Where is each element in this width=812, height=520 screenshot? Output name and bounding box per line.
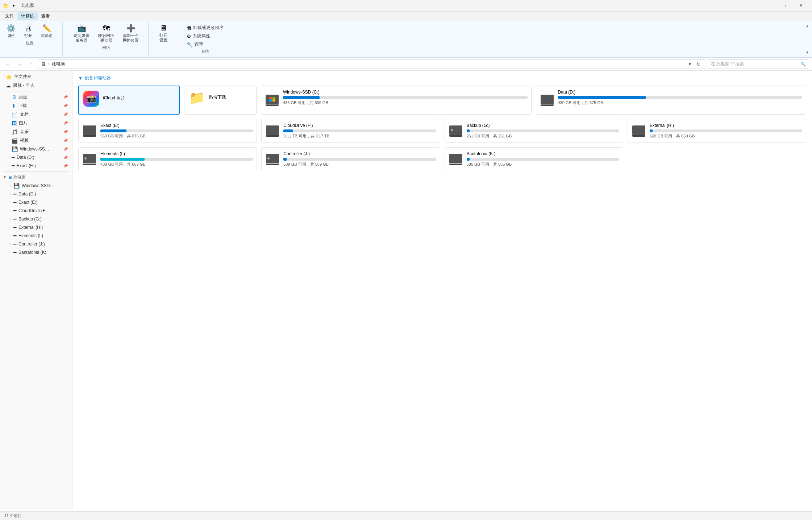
address-input[interactable]: 🖥 › 此电脑 ▼ ↻ (38, 59, 706, 69)
sidebar-item-desktop[interactable]: 🖥 桌面 📌 (1, 93, 71, 101)
expand-arrow-5: › (10, 217, 11, 221)
title-bar: 📁 ▼ 此电脑 ─ □ ✕ (0, 0, 812, 12)
sidebar-item-windowsssd-pin[interactable]: 💾 Windows-SS… 📌 (1, 145, 71, 153)
external-h-size: 669 GB 可用，共 669 GB (650, 133, 802, 139)
sidebar-item-backup[interactable]: › ━ Backup (G:) (1, 215, 71, 223)
address-dropdown-btn[interactable]: ▼ (686, 61, 694, 67)
pin-icon-6: 📌 (63, 139, 68, 143)
drive-data-d[interactable]: Data (D:) 430 GB 可用，共 675 GB (536, 86, 807, 115)
minimize-button[interactable]: ─ (759, 0, 776, 12)
ribbon-btn-manage[interactable]: 🔧 管理 (184, 41, 226, 48)
santafonia-k-name: Santafonia (K:) (467, 151, 619, 156)
downloads-icon: ⬇ (12, 103, 16, 109)
back-button[interactable]: ← (3, 59, 13, 69)
data-d-bar-fill (558, 96, 646, 99)
sidebar-section-thispc[interactable]: ▼ 🖥 此电脑 (0, 173, 72, 181)
data-d-name: Data (D:) (558, 90, 803, 95)
menu-file[interactable]: 文件 (1, 12, 17, 20)
backup-g-bar-fill (467, 129, 470, 132)
sidebar-item-data-pin[interactable]: ━ Data (D:) 📌 (1, 153, 71, 161)
uninstall-icon: 🗑 (187, 25, 192, 31)
qat-customize[interactable]: ▼ (12, 4, 16, 8)
sidebar: ⭐ 主文件夹 ☁ 黑脉 - 个人 🖥 桌面 📌 ⬇ 下载 📌 📄 文档 📌 (0, 71, 72, 510)
sidebar-item-controller[interactable]: › ━ Controller (J:) (1, 240, 71, 248)
elements-i-size: 488 GB 可用，共 687 GB (100, 162, 253, 167)
sidebar-item-elements[interactable]: › ━ Elements (I:) (1, 232, 71, 240)
menu-view[interactable]: 查看 (38, 12, 54, 20)
external-h-name: External (H:) (650, 123, 802, 128)
empty-slot (628, 147, 806, 171)
menu-computer[interactable]: 计算机 (17, 12, 38, 20)
drive-santafonia-k[interactable]: Santafonia (K:) 585 GB 可用，共 585 GB (445, 147, 623, 171)
forward-button[interactable]: → (14, 59, 25, 69)
expand-arrow-7: › (10, 234, 11, 238)
sidebar-divider-2 (3, 171, 69, 172)
ribbon-btn-add-network[interactable]: ➕ 添加一个 网络位置 (119, 22, 142, 44)
drive-windows-ssd[interactable]: Windows-SSD (C:) 435 GB 可用，共 509 GB (261, 86, 532, 115)
ribbon-btn-open-settings[interactable]: 🖥 打开 设置 (156, 22, 171, 44)
elements-i-bar-bg (100, 158, 253, 161)
sidebar-item-downloads[interactable]: ⬇ 下载 📌 (1, 102, 71, 110)
ribbon-group-network-label: 网络 (102, 45, 110, 50)
ribbon-btn-system-props[interactable]: ⚙ 系统属性 (184, 32, 226, 40)
sidebar-item-documents[interactable]: 📄 文档 📌 (1, 110, 71, 119)
sidebar-item-external[interactable]: › ━ External (H:) (1, 223, 71, 231)
home-icon: ⭐ (6, 74, 12, 80)
ribbon-collapse-btn[interactable]: ▼ (805, 50, 809, 54)
ribbon-btn-map-drive[interactable]: 🗺 映射网络 驱动器 (95, 23, 118, 44)
close-button[interactable]: ✕ (792, 0, 809, 12)
cloud-icon: ☁ (6, 83, 11, 88)
sidebar-item-pictures[interactable]: 🖼 图片 📌 (1, 119, 71, 127)
drive-icloud[interactable]: 📸 iCloud 照片 (78, 86, 180, 115)
maximize-button[interactable]: □ (776, 0, 792, 12)
section-arrow: ▼ (78, 76, 83, 81)
drive-elements-i[interactable]: Elements (I:) 488 GB 可用，共 687 GB (78, 147, 257, 171)
drive-controller-j[interactable]: Controller (J:) 589 GB 可用，共 589 GB (261, 147, 440, 171)
sidebar-item-exact-pin[interactable]: ━ Exact (E:) 📌 (1, 162, 71, 170)
backup-g-info: Backup (G:) 261 GB 可用，共 261 GB (467, 123, 619, 139)
sidebar-item-music[interactable]: 🎵 音乐 📌 (1, 128, 71, 136)
drive-xunlei[interactable]: 📁 迅雷下载 (184, 86, 257, 115)
search-box[interactable]: 在 此电脑 中搜索 🔍 (708, 59, 809, 69)
drive-exact-e[interactable]: Exact (E:) 563 GB 可用，共 676 GB (78, 119, 257, 143)
videos-icon: 🎬 (12, 138, 18, 144)
sidebar-item-home[interactable]: ⭐ 主文件夹 (1, 73, 71, 81)
clouddrive-f-info: CloudDrive (F:) 9.11 TB 可用，共 9.17 TB (283, 123, 436, 139)
expand-arrow-9: › (10, 251, 11, 254)
sidebar-item-data[interactable]: › ━ Data (D:) (1, 190, 71, 198)
sidebar-item-cloud-personal[interactable]: ☁ 黑脉 - 个人 (1, 81, 71, 90)
drive-external-h[interactable]: External (H:) 669 GB 可用，共 669 GB (628, 119, 806, 143)
sidebar-item-exact[interactable]: › ━ Exact (E:) (1, 198, 71, 206)
santafonia-k-size: 585 GB 可用，共 585 GB (467, 162, 619, 167)
sidebar-item-videos[interactable]: 🎬 视频 📌 (1, 136, 71, 145)
up-button[interactable]: ↑ (26, 59, 36, 69)
drive-backup-g[interactable]: Backup (G:) 261 GB 可用，共 261 GB (445, 119, 623, 143)
drive-clouddrive-f[interactable]: CloudDrive (F:) 9.11 TB 可用，共 9.17 TB (261, 119, 440, 143)
ribbon-btn-open[interactable]: 🖨 打开 (21, 23, 36, 40)
thispc-label: 此电脑 (13, 174, 25, 180)
controller-j-bar-bg (283, 158, 436, 161)
data-pin-icon: ━ (12, 154, 14, 160)
ribbon-expand-btn[interactable]: ▲ (805, 24, 809, 28)
status-text: 11 个项目 (4, 513, 22, 519)
sidebar-item-santafonia[interactable]: › ━ Santafonia (K: (1, 248, 71, 256)
address-icon: 🖥 (41, 61, 46, 67)
elements-i-bar-fill (100, 158, 145, 161)
status-bar: 11 个项目 (0, 511, 812, 520)
ribbon-btn-rename[interactable]: ✏️ 重命名 (37, 22, 57, 40)
ribbon-btn-uninstall[interactable]: 🗑 卸载或更改程序 (184, 24, 226, 32)
expand-arrow-1: › (10, 184, 11, 187)
sidebar-item-clouddrive[interactable]: › ━ CloudDrive (F… (1, 207, 71, 215)
exact-e-bar-fill (100, 129, 126, 132)
pin-icon-9: 📌 (63, 164, 68, 168)
ribbon-btn-properties[interactable]: ⚙️ 属性 (3, 22, 19, 40)
santafonia-k-bar-bg (467, 158, 619, 161)
ribbon-group-network: 📺 访问媒体 服务器 🗺 映射网络 驱动器 ➕ 添加一个 网络位置 网络 (70, 22, 149, 56)
controller-j-name: Controller (J:) (283, 151, 436, 156)
sidebar-item-windowsssd[interactable]: › 💾 Windows-SSD… (1, 182, 71, 190)
search-placeholder: 在 此电脑 中搜索 (711, 61, 744, 67)
address-refresh-btn[interactable]: ↻ (694, 61, 703, 68)
ribbon-btn-media-server[interactable]: 📺 访问媒体 服务器 (70, 22, 93, 44)
backup-g-name: Backup (G:) (467, 123, 619, 128)
documents-icon: 📄 (12, 112, 18, 117)
